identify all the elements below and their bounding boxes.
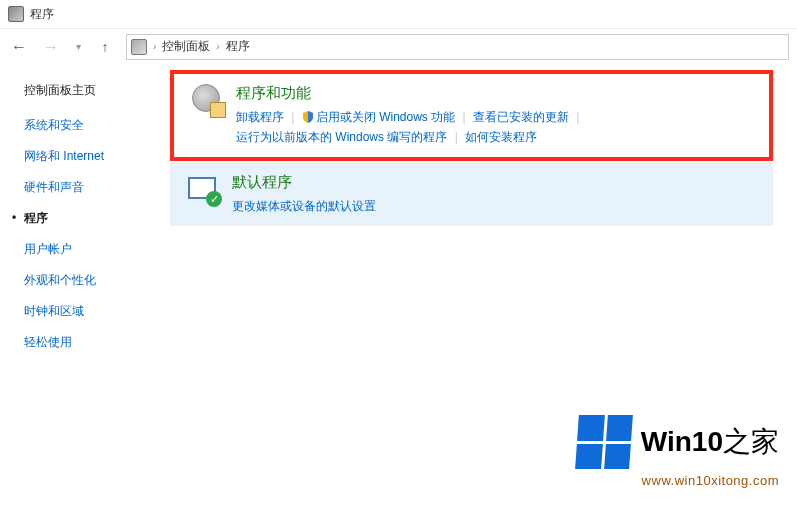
chevron-right-icon: › (151, 41, 158, 52)
control-panel-icon (131, 39, 147, 55)
watermark: Win10之家 www.win10xitong.com (577, 415, 779, 488)
link-divider: | (572, 110, 583, 124)
sidebar-item-hardware-sound[interactable]: 硬件和声音 (24, 179, 170, 196)
section-title-default-programs[interactable]: 默认程序 (232, 173, 759, 192)
link-compatibility[interactable]: 运行为以前版本的 Windows 编写的程序 (236, 130, 447, 144)
link-installed-updates[interactable]: 查看已安装的更新 (473, 110, 569, 124)
link-media-device-defaults[interactable]: 更改媒体或设备的默认设置 (232, 199, 376, 213)
programs-features-icon (192, 84, 224, 116)
section-default-programs: ✓ 默认程序 更改媒体或设备的默认设置 (170, 163, 773, 226)
nav-toolbar: ← → ▾ ↑ › 控制面板 › 程序 (0, 28, 797, 64)
link-uninstall-program[interactable]: 卸载程序 (236, 110, 284, 124)
section-title-programs-features[interactable]: 程序和功能 (236, 84, 755, 103)
breadcrumb-current[interactable]: 程序 (226, 38, 250, 55)
history-chevron-icon[interactable]: ▾ (72, 41, 84, 52)
sidebar: 控制面板主页 系统和安全 网络和 Internet 硬件和声音 程序 用户帐户 … (0, 64, 170, 506)
titlebar: 程序 (0, 0, 797, 28)
watermark-brand: Win10之家 (641, 423, 779, 461)
link-divider: | (459, 110, 470, 124)
forward-button[interactable]: → (40, 36, 62, 58)
link-divider: | (451, 130, 462, 144)
sidebar-item-clock-region[interactable]: 时钟和区域 (24, 303, 170, 320)
section-programs-features: 程序和功能 卸载程序 | 启用或关闭 Windows 功能 | 查看已安装的更新… (174, 74, 769, 157)
section-links: 更改媒体或设备的默认设置 (232, 196, 759, 216)
windows-logo-icon (575, 415, 633, 469)
link-divider: | (287, 110, 298, 124)
sidebar-item-appearance[interactable]: 外观和个性化 (24, 272, 170, 289)
sidebar-item-system-security[interactable]: 系统和安全 (24, 117, 170, 134)
sidebar-item-programs[interactable]: 程序 (24, 210, 170, 227)
section-links: 卸载程序 | 启用或关闭 Windows 功能 | 查看已安装的更新 | 运行为… (236, 107, 755, 147)
section-default-programs-wrap: ✓ 默认程序 更改媒体或设备的默认设置 (170, 163, 773, 226)
window-title: 程序 (30, 6, 54, 23)
sidebar-item-network-internet[interactable]: 网络和 Internet (24, 148, 170, 165)
breadcrumb-root[interactable]: 控制面板 (162, 38, 210, 55)
sidebar-home[interactable]: 控制面板主页 (24, 82, 170, 99)
sidebar-item-ease-of-access[interactable]: 轻松使用 (24, 334, 170, 351)
highlight-box: 程序和功能 卸载程序 | 启用或关闭 Windows 功能 | 查看已安装的更新… (170, 70, 773, 161)
default-programs-icon: ✓ (188, 173, 220, 205)
link-windows-features[interactable]: 启用或关闭 Windows 功能 (316, 110, 455, 124)
watermark-url: www.win10xitong.com (577, 473, 779, 488)
shield-icon (302, 109, 314, 121)
link-how-install[interactable]: 如何安装程序 (465, 130, 537, 144)
app-icon (8, 6, 24, 22)
sidebar-item-user-accounts[interactable]: 用户帐户 (24, 241, 170, 258)
address-bar[interactable]: › 控制面板 › 程序 (126, 34, 789, 60)
chevron-right-icon: › (214, 41, 221, 52)
up-button[interactable]: ↑ (94, 36, 116, 58)
back-button[interactable]: ← (8, 36, 30, 58)
